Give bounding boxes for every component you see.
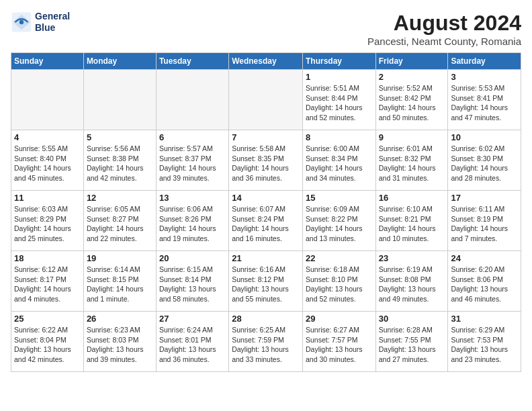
day-info: Sunrise: 6:24 AM Sunset: 8:01 PM Dayligh…	[159, 325, 226, 365]
day-info: Sunrise: 6:18 AM Sunset: 8:10 PM Dayligh…	[306, 265, 373, 304]
day-number: 14	[232, 193, 300, 203]
calendar-cell: 10Sunrise: 6:02 AM Sunset: 8:30 PM Dayli…	[448, 130, 521, 191]
calendar-week-2: 4Sunrise: 5:55 AM Sunset: 8:40 PM Daylig…	[11, 130, 521, 191]
day-number: 17	[451, 193, 518, 203]
day-number: 4	[14, 132, 81, 142]
day-info: Sunrise: 5:53 AM Sunset: 8:41 PM Dayligh…	[451, 83, 518, 123]
day-number: 20	[159, 253, 226, 263]
calendar-cell	[83, 70, 156, 130]
calendar-cell: 9Sunrise: 6:01 AM Sunset: 8:32 PM Daylig…	[375, 130, 448, 191]
day-info: Sunrise: 5:58 AM Sunset: 8:35 PM Dayligh…	[232, 144, 300, 183]
logo-icon	[11, 11, 32, 33]
day-info: Sunrise: 6:02 AM Sunset: 8:30 PM Dayligh…	[451, 144, 518, 183]
calendar-cell: 7Sunrise: 5:58 AM Sunset: 8:35 PM Daylig…	[229, 130, 303, 191]
calendar-cell: 1Sunrise: 5:51 AM Sunset: 8:44 PM Daylig…	[302, 70, 375, 130]
calendar-table: SundayMondayTuesdayWednesdayThursdayFrid…	[11, 52, 521, 372]
day-number: 5	[87, 132, 153, 142]
day-info: Sunrise: 6:19 AM Sunset: 8:08 PM Dayligh…	[379, 265, 445, 304]
calendar-cell: 22Sunrise: 6:18 AM Sunset: 8:10 PM Dayli…	[302, 251, 375, 312]
calendar-cell	[156, 70, 228, 130]
day-info: Sunrise: 6:00 AM Sunset: 8:34 PM Dayligh…	[306, 144, 373, 183]
calendar-week-1: 1Sunrise: 5:51 AM Sunset: 8:44 PM Daylig…	[11, 70, 521, 130]
weekday-header-monday: Monday	[83, 53, 156, 70]
day-number: 8	[306, 132, 373, 142]
day-info: Sunrise: 5:57 AM Sunset: 8:37 PM Dayligh…	[159, 144, 226, 183]
day-info: Sunrise: 6:25 AM Sunset: 7:59 PM Dayligh…	[232, 325, 300, 365]
day-info: Sunrise: 6:07 AM Sunset: 8:24 PM Dayligh…	[232, 204, 300, 244]
day-number: 28	[232, 314, 300, 324]
day-info: Sunrise: 6:12 AM Sunset: 8:17 PM Dayligh…	[14, 265, 81, 304]
day-number: 9	[379, 132, 445, 142]
calendar-cell: 4Sunrise: 5:55 AM Sunset: 8:40 PM Daylig…	[11, 130, 84, 191]
day-info: Sunrise: 6:23 AM Sunset: 8:03 PM Dayligh…	[87, 325, 153, 365]
day-number: 11	[14, 193, 81, 203]
day-number: 10	[451, 132, 518, 142]
calendar-cell: 25Sunrise: 6:22 AM Sunset: 8:04 PM Dayli…	[11, 312, 84, 372]
logo: General Blue	[11, 11, 70, 34]
day-info: Sunrise: 6:16 AM Sunset: 8:12 PM Dayligh…	[232, 265, 300, 304]
calendar-week-3: 11Sunrise: 6:03 AM Sunset: 8:29 PM Dayli…	[11, 191, 521, 251]
day-number: 13	[159, 193, 226, 203]
day-info: Sunrise: 6:22 AM Sunset: 8:04 PM Dayligh…	[14, 325, 81, 365]
weekday-header-friday: Friday	[375, 53, 448, 70]
day-info: Sunrise: 6:05 AM Sunset: 8:27 PM Dayligh…	[87, 204, 153, 244]
day-info: Sunrise: 6:15 AM Sunset: 8:14 PM Dayligh…	[159, 265, 226, 304]
calendar-cell: 15Sunrise: 6:09 AM Sunset: 8:22 PM Dayli…	[302, 191, 375, 251]
day-number: 25	[14, 314, 81, 324]
main-title: August 2024	[367, 11, 521, 36]
calendar-cell: 28Sunrise: 6:25 AM Sunset: 7:59 PM Dayli…	[229, 312, 303, 372]
title-block: August 2024 Pancesti, Neamt County, Roma…	[367, 11, 521, 47]
calendar-cell: 13Sunrise: 6:06 AM Sunset: 8:26 PM Dayli…	[156, 191, 228, 251]
calendar-cell: 6Sunrise: 5:57 AM Sunset: 8:37 PM Daylig…	[156, 130, 228, 191]
weekday-header-saturday: Saturday	[448, 53, 521, 70]
day-info: Sunrise: 6:29 AM Sunset: 7:53 PM Dayligh…	[451, 325, 518, 365]
day-number: 29	[306, 314, 373, 324]
calendar-cell: 26Sunrise: 6:23 AM Sunset: 8:03 PM Dayli…	[83, 312, 156, 372]
calendar-cell: 20Sunrise: 6:15 AM Sunset: 8:14 PM Dayli…	[156, 251, 228, 312]
calendar-cell: 12Sunrise: 6:05 AM Sunset: 8:27 PM Dayli…	[83, 191, 156, 251]
day-info: Sunrise: 6:09 AM Sunset: 8:22 PM Dayligh…	[306, 204, 373, 244]
day-number: 15	[306, 193, 373, 203]
calendar-cell	[11, 70, 84, 130]
day-number: 16	[379, 193, 445, 203]
day-info: Sunrise: 5:51 AM Sunset: 8:44 PM Dayligh…	[306, 83, 373, 123]
weekday-header-wednesday: Wednesday	[229, 53, 303, 70]
day-number: 22	[306, 253, 373, 263]
day-info: Sunrise: 5:55 AM Sunset: 8:40 PM Dayligh…	[14, 144, 81, 183]
calendar-cell: 29Sunrise: 6:27 AM Sunset: 7:57 PM Dayli…	[302, 312, 375, 372]
calendar-cell: 2Sunrise: 5:52 AM Sunset: 8:42 PM Daylig…	[375, 70, 448, 130]
weekday-header-tuesday: Tuesday	[156, 53, 228, 70]
calendar-cell: 23Sunrise: 6:19 AM Sunset: 8:08 PM Dayli…	[375, 251, 448, 312]
day-info: Sunrise: 5:52 AM Sunset: 8:42 PM Dayligh…	[379, 83, 445, 123]
calendar-week-5: 25Sunrise: 6:22 AM Sunset: 8:04 PM Dayli…	[11, 312, 521, 372]
day-number: 27	[159, 314, 226, 324]
day-info: Sunrise: 6:10 AM Sunset: 8:21 PM Dayligh…	[379, 204, 445, 244]
calendar-cell: 24Sunrise: 6:20 AM Sunset: 8:06 PM Dayli…	[448, 251, 521, 312]
calendar-cell: 14Sunrise: 6:07 AM Sunset: 8:24 PM Dayli…	[229, 191, 303, 251]
day-number: 3	[451, 72, 518, 82]
calendar-week-4: 18Sunrise: 6:12 AM Sunset: 8:17 PM Dayli…	[11, 251, 521, 312]
calendar-cell: 27Sunrise: 6:24 AM Sunset: 8:01 PM Dayli…	[156, 312, 228, 372]
calendar-cell: 11Sunrise: 6:03 AM Sunset: 8:29 PM Dayli…	[11, 191, 84, 251]
day-info: Sunrise: 5:56 AM Sunset: 8:38 PM Dayligh…	[87, 144, 153, 183]
weekday-header-row: SundayMondayTuesdayWednesdayThursdayFrid…	[11, 53, 521, 70]
day-number: 2	[379, 72, 445, 82]
svg-point-2	[19, 20, 24, 24]
calendar-cell: 16Sunrise: 6:10 AM Sunset: 8:21 PM Dayli…	[375, 191, 448, 251]
page-header: General Blue August 2024 Pancesti, Neamt…	[11, 11, 521, 47]
calendar-cell: 3Sunrise: 5:53 AM Sunset: 8:41 PM Daylig…	[448, 70, 521, 130]
day-number: 23	[379, 253, 445, 263]
calendar-cell: 18Sunrise: 6:12 AM Sunset: 8:17 PM Dayli…	[11, 251, 84, 312]
weekday-header-thursday: Thursday	[302, 53, 375, 70]
day-info: Sunrise: 6:06 AM Sunset: 8:26 PM Dayligh…	[159, 204, 226, 244]
day-info: Sunrise: 6:20 AM Sunset: 8:06 PM Dayligh…	[451, 265, 518, 304]
day-number: 1	[306, 72, 373, 82]
day-info: Sunrise: 6:01 AM Sunset: 8:32 PM Dayligh…	[379, 144, 445, 183]
calendar-cell: 17Sunrise: 6:11 AM Sunset: 8:19 PM Dayli…	[448, 191, 521, 251]
calendar-cell: 19Sunrise: 6:14 AM Sunset: 8:15 PM Dayli…	[83, 251, 156, 312]
calendar-cell	[229, 70, 303, 130]
day-info: Sunrise: 6:11 AM Sunset: 8:19 PM Dayligh…	[451, 204, 518, 244]
calendar-cell: 30Sunrise: 6:28 AM Sunset: 7:55 PM Dayli…	[375, 312, 448, 372]
day-info: Sunrise: 6:27 AM Sunset: 7:57 PM Dayligh…	[306, 325, 373, 365]
weekday-header-sunday: Sunday	[11, 53, 84, 70]
